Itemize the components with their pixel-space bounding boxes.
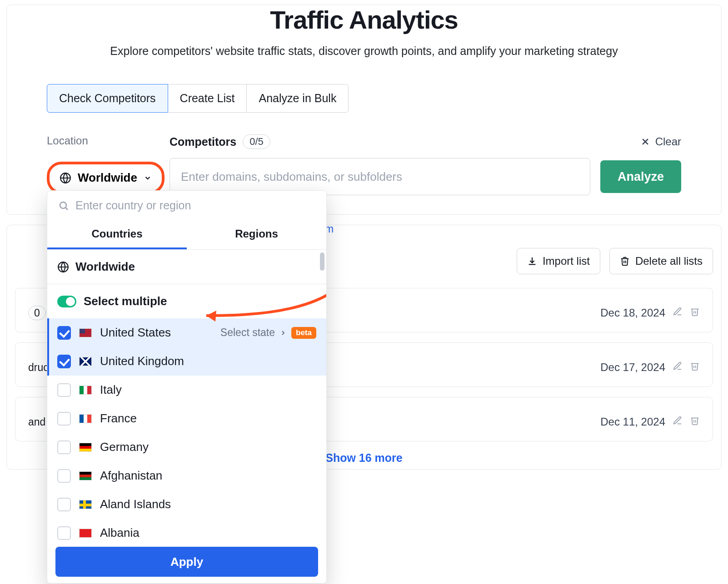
dropdown-tab-countries[interactable]: Countries: [47, 220, 187, 249]
country-checkbox[interactable]: [57, 326, 71, 340]
location-dropdown-panel: Enter country or region Countries Region…: [47, 190, 327, 584]
list-item-meta: Dec 11, 2024: [600, 416, 700, 428]
country-checkbox[interactable]: [57, 498, 71, 511]
country-row-it[interactable]: Italy: [47, 376, 326, 404]
select-multiple-toggle[interactable]: [57, 296, 76, 307]
page-title: Traffic Analytics: [7, 5, 721, 35]
apply-button[interactable]: Apply: [55, 547, 318, 577]
delete-icon[interactable]: [690, 307, 700, 319]
flag-icon: [79, 500, 92, 509]
flag-icon: [79, 443, 92, 452]
location-button-text: Worldwide: [78, 171, 137, 185]
search-icon: [58, 200, 69, 211]
close-icon: [641, 137, 650, 146]
competitors-count-pill: 0/5: [243, 134, 270, 149]
list-item-count-badge: 0: [28, 306, 46, 320]
select-state-link[interactable]: Select statebeta: [220, 327, 316, 339]
country-row-af[interactable]: Afghanistan: [47, 461, 326, 490]
edit-icon[interactable]: [673, 307, 683, 319]
country-checkbox[interactable]: [57, 355, 71, 368]
form-row: Location Worldwide Competitors 0/5 Clear: [47, 134, 681, 195]
competitors-header: Competitors 0/5 Clear: [170, 134, 681, 149]
list-item-date: Dec 18, 2024: [600, 307, 665, 319]
delete-all-button[interactable]: Delete all lists: [609, 248, 713, 274]
delete-all-label: Delete all lists: [635, 255, 703, 267]
chevron-right-icon: [279, 329, 287, 337]
dropdown-search[interactable]: Enter country or region: [47, 191, 326, 220]
country-name: Germany: [100, 440, 149, 454]
globe-icon: [60, 172, 71, 184]
country-row-us[interactable]: United StatesSelect statebeta: [47, 318, 326, 347]
dropdown-footer: Apply: [47, 540, 326, 583]
country-name: United Kingdom: [100, 354, 184, 368]
edit-icon[interactable]: [673, 361, 683, 374]
select-state-label: Select state: [220, 327, 275, 339]
list-item-date: Dec 17, 2024: [600, 361, 665, 374]
dropdown-body: Worldwide Select multiple United StatesS…: [47, 250, 326, 540]
country-row-de[interactable]: Germany: [47, 433, 326, 461]
country-list: United StatesSelect statebetaUnited King…: [47, 318, 326, 540]
competitors-input[interactable]: [170, 158, 590, 195]
show-more-link[interactable]: Show 16 more: [325, 451, 403, 464]
svg-line-4: [65, 208, 68, 210]
country-row-ax[interactable]: Aland Islands: [47, 490, 326, 519]
page-subtitle: Explore competitors' website traffic sta…: [7, 45, 721, 58]
import-list-label: Import list: [543, 255, 590, 267]
globe-icon: [57, 261, 69, 273]
competitors-label: Competitors: [170, 135, 236, 148]
svg-point-3: [60, 202, 66, 208]
country-row-fr[interactable]: France: [47, 404, 326, 433]
list-item-meta: Dec 17, 2024: [600, 361, 700, 374]
list-item-date: Dec 11, 2024: [600, 416, 665, 428]
country-row-uk[interactable]: United Kingdom: [47, 347, 326, 376]
tab-analyze-in-bulk[interactable]: Analyze in Bulk: [247, 84, 349, 113]
worldwide-label: Worldwide: [75, 260, 135, 274]
country-checkbox[interactable]: [57, 383, 71, 397]
trash-icon: [620, 256, 630, 266]
delete-icon[interactable]: [690, 416, 700, 428]
competitors-column: Competitors 0/5 Clear Analyze: [170, 134, 681, 195]
dropdown-tabs: Countries Regions: [47, 220, 326, 250]
country-name: Italy: [100, 383, 122, 397]
country-name: France: [100, 411, 137, 426]
location-dropdown-button[interactable]: Worldwide: [47, 162, 165, 194]
beta-badge: beta: [291, 327, 316, 339]
country-row-al[interactable]: Albania: [47, 519, 326, 540]
country-checkbox[interactable]: [57, 412, 71, 426]
flag-icon: [79, 357, 92, 366]
dropdown-tab-regions[interactable]: Regions: [187, 220, 326, 249]
flag-icon: [79, 386, 92, 395]
mode-tabs: Check Competitors Create List Analyze in…: [47, 84, 721, 113]
main-card: Traffic Analytics Explore competitors' w…: [6, 5, 722, 215]
list-item-meta: Dec 18, 2024: [600, 307, 700, 319]
worldwide-option[interactable]: Worldwide: [47, 250, 326, 284]
country-checkbox[interactable]: [57, 469, 71, 483]
dropdown-search-placeholder: Enter country or region: [75, 199, 191, 212]
select-multiple-label: Select multiple: [84, 294, 167, 308]
country-name: Aland Islands: [100, 497, 171, 511]
clear-button[interactable]: Clear: [641, 135, 681, 148]
edit-icon[interactable]: [673, 416, 683, 428]
tab-create-list[interactable]: Create List: [168, 84, 247, 113]
clear-label: Clear: [655, 135, 681, 148]
flag-icon: [79, 471, 92, 480]
chevron-down-icon: [144, 174, 152, 182]
country-checkbox[interactable]: [57, 526, 71, 540]
delete-icon[interactable]: [690, 361, 700, 374]
flag-icon: [79, 414, 92, 423]
select-multiple-row: Select multiple: [47, 284, 326, 318]
flag-icon: [79, 328, 92, 337]
tab-check-competitors[interactable]: Check Competitors: [47, 84, 168, 113]
country-checkbox[interactable]: [57, 440, 71, 454]
country-name: Afghanistan: [100, 469, 162, 483]
location-column: Location Worldwide: [47, 134, 170, 194]
country-name: United States: [100, 326, 171, 340]
import-list-button[interactable]: Import list: [517, 248, 600, 274]
country-name: Albania: [100, 526, 140, 540]
location-label: Location: [47, 134, 170, 147]
analyze-button[interactable]: Analyze: [600, 160, 681, 193]
download-icon: [527, 256, 537, 266]
scrollbar-thumb[interactable]: [320, 252, 324, 271]
flag-icon: [79, 529, 92, 538]
